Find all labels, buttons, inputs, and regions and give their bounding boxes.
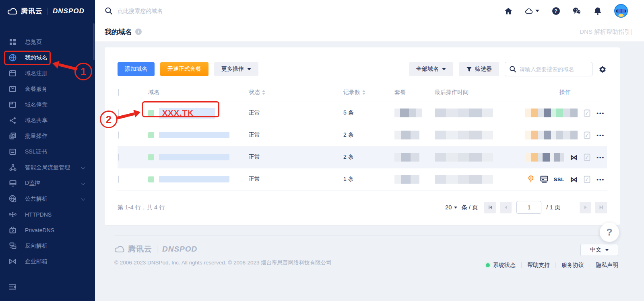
chevron-down-icon xyxy=(605,249,609,251)
avatar-sunglasses xyxy=(616,9,626,13)
records-cell: 2 条 xyxy=(343,154,394,161)
table-row[interactable]: 正常 1 条 SSL ⋈ ••• xyxy=(118,168,607,190)
home-icon[interactable] xyxy=(504,6,513,15)
more-actions-button[interactable]: 更多操作 xyxy=(214,62,258,76)
table-row[interactable]: 正常 2 条 ⋈ ••• xyxy=(118,146,607,168)
page-title: 我的域名 i xyxy=(105,27,142,37)
table-row[interactable]: 正常 2 条 ••• xyxy=(118,124,607,146)
sidebar-item-plan-service[interactable]: 套餐服务 xyxy=(0,81,95,97)
global-search-input[interactable] xyxy=(118,8,238,14)
column-header-records[interactable]: 记录数 xyxy=(343,89,394,96)
help-support-link[interactable]: 帮助支持 xyxy=(522,262,555,269)
sidebar-item-reverse-dns[interactable]: 反向解析 xyxy=(0,238,95,254)
sidebar-item-d-monitor[interactable]: D监控 xyxy=(0,175,95,191)
domain-cell xyxy=(148,132,249,138)
tencent-cloud-icon xyxy=(114,245,125,253)
actions-cell: ••• xyxy=(523,109,607,117)
record-log-icon[interactable] xyxy=(583,131,591,139)
sidebar-item-domain-parking[interactable]: 域名停靠 xyxy=(0,97,95,113)
sidebar-collapse-icon[interactable] xyxy=(8,283,17,291)
gear-icon[interactable] xyxy=(598,65,607,74)
enterprise-mail-icon[interactable]: ⋈ xyxy=(570,154,578,161)
notification-bell-icon[interactable] xyxy=(593,6,602,15)
table-row[interactable]: XXX.TK 正常 5 条 ••• xyxy=(118,102,607,124)
last-page-button[interactable] xyxy=(595,202,607,213)
floating-help-button[interactable]: ? xyxy=(600,223,619,242)
record-log-icon[interactable] xyxy=(583,154,591,161)
records-cell: 5 条 xyxy=(343,109,394,117)
dns-help-guide-link[interactable]: DNS 解析帮助指引| xyxy=(580,28,632,36)
mini-program-card-icon[interactable] xyxy=(540,176,548,183)
sidebar-item-batch-ops[interactable]: 批量操作 xyxy=(0,128,95,144)
next-page-button[interactable] xyxy=(580,202,591,213)
pagination-summary: 第 1-4 行，共 4 行 xyxy=(118,204,165,211)
first-page-button[interactable] xyxy=(484,202,496,213)
more-options-icon[interactable]: ••• xyxy=(597,154,605,160)
logo-bar[interactable]: 腾讯云 DNSPOD xyxy=(0,0,95,22)
redacted-domain xyxy=(159,154,229,160)
mail-icon xyxy=(9,258,17,265)
page-number-input[interactable] xyxy=(516,201,541,214)
sidebar-item-label: 智能全局流量管理 xyxy=(25,164,70,171)
record-log-icon[interactable] xyxy=(583,176,591,183)
sidebar-item-label: SSL证书 xyxy=(25,148,47,156)
column-header-status[interactable]: 状态 xyxy=(249,89,343,96)
more-options-icon[interactable]: ••• xyxy=(597,176,605,182)
upgrade-rocket-icon[interactable] xyxy=(527,175,535,183)
record-log-icon[interactable] xyxy=(583,109,591,117)
card-toolbar: 添加域名 开通正式套餐 更多操作 全部域名 筛选器 xyxy=(118,62,607,76)
row-checkbox[interactable] xyxy=(118,176,119,183)
redacted-last-op xyxy=(435,109,493,117)
privacy-statement-link[interactable]: 隐私声明 xyxy=(590,262,618,269)
enterprise-mail-icon[interactable]: ⋈ xyxy=(570,176,578,183)
sort-icon[interactable] xyxy=(262,90,265,95)
filter-button[interactable]: 筛选器 xyxy=(459,62,499,76)
wechat-icon[interactable] xyxy=(572,6,581,15)
sidebar-item-domain-share[interactable]: 域名共享 xyxy=(0,113,95,128)
prev-page-button[interactable] xyxy=(500,202,512,213)
sidebar-item-enterprise-mail[interactable]: 企业邮箱 xyxy=(0,254,95,269)
sidebar-item-public-dns[interactable]: 公共解析 xyxy=(0,191,95,207)
brand-divider xyxy=(47,8,48,15)
help-icon[interactable]: ? xyxy=(551,6,560,15)
more-options-icon[interactable]: ••• xyxy=(597,110,605,116)
parking-icon xyxy=(9,101,17,109)
ssl-action-label[interactable]: SSL xyxy=(554,176,565,182)
page-title-bar: 我的域名 i DNS 解析帮助指引| xyxy=(95,22,644,41)
language-selector[interactable]: 中文 xyxy=(580,244,618,256)
brand-divider xyxy=(157,246,157,253)
content-area: 添加域名 开通正式套餐 更多操作 全部域名 筛选器 xyxy=(95,41,644,301)
funnel-icon xyxy=(466,66,472,72)
actions-cell: ⋈ ••• xyxy=(523,153,607,162)
user-avatar[interactable] xyxy=(614,4,628,18)
page-size-dropdown[interactable]: 20 xyxy=(445,204,457,211)
row-checkbox[interactable] xyxy=(118,131,119,139)
domain-status-badge xyxy=(148,154,154,160)
status-cell: 正常 xyxy=(249,131,343,139)
sort-icon[interactable] xyxy=(362,90,365,95)
info-icon[interactable]: i xyxy=(135,29,142,35)
sidebar-item-ssl-cert[interactable]: SSL证书 xyxy=(0,144,95,160)
sidebar-item-label: 套餐服务 xyxy=(25,86,47,93)
more-actions-label: 更多操作 xyxy=(221,66,244,73)
records-cell: 2 条 xyxy=(343,131,394,139)
sidebar-item-overview[interactable]: 总览页 xyxy=(0,34,95,50)
globe-icon xyxy=(9,54,17,61)
system-status-link[interactable]: 系统状态 xyxy=(480,262,521,269)
domain-link[interactable]: XXX.TK xyxy=(159,108,215,119)
sidebar-item-httpdns[interactable]: HTTPDNS xyxy=(0,207,95,222)
all-domains-dropdown[interactable]: 全部域名 xyxy=(409,62,453,76)
domain-search-input[interactable] xyxy=(520,66,584,72)
console-cloud-icon[interactable] xyxy=(525,6,539,15)
open-plan-button[interactable]: 开通正式套餐 xyxy=(160,62,208,76)
service-agreement-link[interactable]: 服务协议 xyxy=(556,262,590,269)
more-options-icon[interactable]: ••• xyxy=(597,132,605,138)
add-domain-button[interactable]: 添加域名 xyxy=(118,62,155,76)
select-all-checkbox[interactable] xyxy=(118,89,119,96)
sidebar-item-igtm[interactable]: 智能全局流量管理 xyxy=(0,160,95,175)
sidebar-item-privatedns[interactable]: PrivateDNS xyxy=(0,222,95,238)
row-checkbox[interactable] xyxy=(118,154,119,161)
toolbar-right: 全部域名 筛选器 xyxy=(409,62,607,76)
domain-cell xyxy=(148,176,249,182)
reverse-dns-icon xyxy=(9,242,17,250)
